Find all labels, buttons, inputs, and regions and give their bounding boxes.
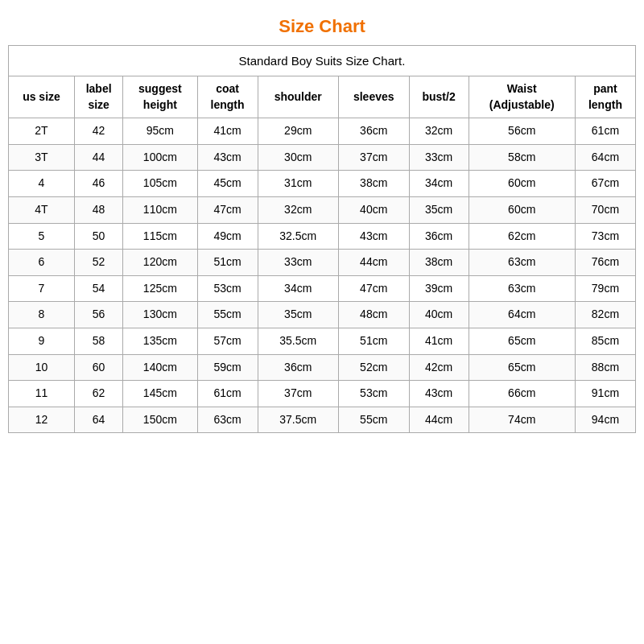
col-header-7: Waist(Adjustable) bbox=[469, 76, 575, 118]
table-cell-r2-c0: 4 bbox=[9, 171, 75, 197]
table-cell-r4-c2: 115cm bbox=[123, 223, 197, 250]
table-cell-r0-c8: 61cm bbox=[575, 118, 635, 145]
size-chart-container: Size Chart Standard Boy Suits Size Chart… bbox=[8, 16, 636, 433]
table-cell-r10-c1: 62 bbox=[75, 381, 123, 407]
table-cell-r0-c4: 29cm bbox=[258, 118, 338, 145]
table-cell-r0-c5: 36cm bbox=[338, 118, 409, 145]
page-title: Size Chart bbox=[8, 16, 636, 37]
table-cell-r11-c0: 12 bbox=[9, 407, 75, 433]
table-cell-r5-c4: 33cm bbox=[258, 250, 338, 276]
table-cell-r0-c6: 32cm bbox=[409, 118, 469, 145]
col-header-0: us size bbox=[9, 76, 75, 118]
table-cell-r5-c8: 76cm bbox=[575, 250, 635, 276]
table-cell-r4-c3: 49cm bbox=[197, 223, 258, 250]
table-cell-r5-c7: 63cm bbox=[469, 250, 575, 276]
table-cell-r7-c6: 40cm bbox=[409, 302, 469, 328]
table-cell-r2-c2: 105cm bbox=[123, 171, 197, 197]
table-cell-r9-c1: 60 bbox=[75, 354, 123, 381]
table-cell-r8-c7: 65cm bbox=[469, 328, 575, 354]
table-row: 652120cm51cm33cm44cm38cm63cm76cm bbox=[9, 250, 636, 276]
col-header-5: sleeves bbox=[338, 76, 409, 118]
table-cell-r11-c4: 37.5cm bbox=[258, 407, 338, 433]
table-cell-r4-c0: 5 bbox=[9, 223, 75, 250]
table-cell-r9-c3: 59cm bbox=[197, 354, 258, 381]
col-header-2: suggestheight bbox=[123, 76, 197, 118]
table-cell-r7-c7: 64cm bbox=[469, 302, 575, 328]
table-cell-r6-c1: 54 bbox=[75, 275, 123, 302]
table-cell-r3-c2: 110cm bbox=[123, 196, 197, 223]
table-cell-r11-c5: 55cm bbox=[338, 407, 409, 433]
table-row: 3T44100cm43cm30cm37cm33cm58cm64cm bbox=[9, 144, 636, 171]
table-cell-r5-c5: 44cm bbox=[338, 250, 409, 276]
table-cell-r11-c8: 94cm bbox=[575, 407, 635, 433]
table-cell-r2-c5: 38cm bbox=[338, 171, 409, 197]
table-cell-r3-c3: 47cm bbox=[197, 196, 258, 223]
table-cell-r4-c5: 43cm bbox=[338, 223, 409, 250]
table-cell-r8-c3: 57cm bbox=[197, 328, 258, 354]
table-cell-r9-c5: 52cm bbox=[338, 354, 409, 381]
table-body: 2T4295cm41cm29cm36cm32cm56cm61cm3T44100c… bbox=[9, 118, 636, 433]
table-cell-r2-c3: 45cm bbox=[197, 171, 258, 197]
table-cell-r9-c4: 36cm bbox=[258, 354, 338, 381]
table-cell-r0-c0: 2T bbox=[9, 118, 75, 145]
col-header-3: coatlength bbox=[197, 76, 258, 118]
table-cell-r1-c8: 64cm bbox=[575, 144, 635, 171]
table-cell-r10-c8: 91cm bbox=[575, 381, 635, 407]
table-cell-r6-c2: 125cm bbox=[123, 275, 197, 302]
table-cell-r5-c6: 38cm bbox=[409, 250, 469, 276]
table-cell-r9-c2: 140cm bbox=[123, 354, 197, 381]
table-cell-r6-c5: 47cm bbox=[338, 275, 409, 302]
table-cell-r7-c1: 56 bbox=[75, 302, 123, 328]
col-header-6: bust/2 bbox=[409, 76, 469, 118]
table-cell-r5-c2: 120cm bbox=[123, 250, 197, 276]
table-row: 958135cm57cm35.5cm51cm41cm65cm85cm bbox=[9, 328, 636, 354]
table-cell-r6-c4: 34cm bbox=[258, 275, 338, 302]
table-cell-r3-c5: 40cm bbox=[338, 196, 409, 223]
table-row: 754125cm53cm34cm47cm39cm63cm79cm bbox=[9, 275, 636, 302]
table-cell-r3-c1: 48 bbox=[75, 196, 123, 223]
table-cell-r4-c8: 73cm bbox=[575, 223, 635, 250]
size-chart-table: Standard Boy Suits Size Chart. us sizela… bbox=[8, 45, 636, 433]
table-cell-r1-c1: 44 bbox=[75, 144, 123, 171]
table-cell-r0-c2: 95cm bbox=[123, 118, 197, 145]
table-cell-r3-c8: 70cm bbox=[575, 196, 635, 223]
table-cell-r2-c7: 60cm bbox=[469, 171, 575, 197]
table-cell-r4-c7: 62cm bbox=[469, 223, 575, 250]
table-cell-r1-c7: 58cm bbox=[469, 144, 575, 171]
table-cell-r7-c0: 8 bbox=[9, 302, 75, 328]
table-row: 446105cm45cm31cm38cm34cm60cm67cm bbox=[9, 171, 636, 197]
table-cell-r10-c0: 11 bbox=[9, 381, 75, 407]
table-cell-r9-c8: 88cm bbox=[575, 354, 635, 381]
table-cell-r10-c4: 37cm bbox=[258, 381, 338, 407]
table-cell-r8-c6: 41cm bbox=[409, 328, 469, 354]
table-cell-r8-c0: 9 bbox=[9, 328, 75, 354]
table-cell-r11-c2: 150cm bbox=[123, 407, 197, 433]
subtitle: Standard Boy Suits Size Chart. bbox=[9, 46, 636, 76]
table-cell-r5-c1: 52 bbox=[75, 250, 123, 276]
table-cell-r11-c3: 63cm bbox=[197, 407, 258, 433]
table-row: 2T4295cm41cm29cm36cm32cm56cm61cm bbox=[9, 118, 636, 145]
table-cell-r1-c2: 100cm bbox=[123, 144, 197, 171]
table-cell-r0-c3: 41cm bbox=[197, 118, 258, 145]
table-cell-r6-c7: 63cm bbox=[469, 275, 575, 302]
table-cell-r8-c5: 51cm bbox=[338, 328, 409, 354]
table-cell-r5-c0: 6 bbox=[9, 250, 75, 276]
table-cell-r11-c6: 44cm bbox=[409, 407, 469, 433]
table-cell-r1-c5: 37cm bbox=[338, 144, 409, 171]
table-cell-r9-c6: 42cm bbox=[409, 354, 469, 381]
table-cell-r1-c0: 3T bbox=[9, 144, 75, 171]
table-cell-r7-c8: 82cm bbox=[575, 302, 635, 328]
table-cell-r6-c8: 79cm bbox=[575, 275, 635, 302]
table-cell-r4-c1: 50 bbox=[75, 223, 123, 250]
table-cell-r9-c7: 65cm bbox=[469, 354, 575, 381]
table-row: 1162145cm61cm37cm53cm43cm66cm91cm bbox=[9, 381, 636, 407]
table-cell-r10-c3: 61cm bbox=[197, 381, 258, 407]
table-cell-r1-c6: 33cm bbox=[409, 144, 469, 171]
table-cell-r8-c2: 135cm bbox=[123, 328, 197, 354]
table-cell-r3-c0: 4T bbox=[9, 196, 75, 223]
table-cell-r10-c2: 145cm bbox=[123, 381, 197, 407]
table-cell-r6-c6: 39cm bbox=[409, 275, 469, 302]
table-cell-r7-c2: 130cm bbox=[123, 302, 197, 328]
table-row: 4T48110cm47cm32cm40cm35cm60cm70cm bbox=[9, 196, 636, 223]
table-cell-r0-c7: 56cm bbox=[469, 118, 575, 145]
